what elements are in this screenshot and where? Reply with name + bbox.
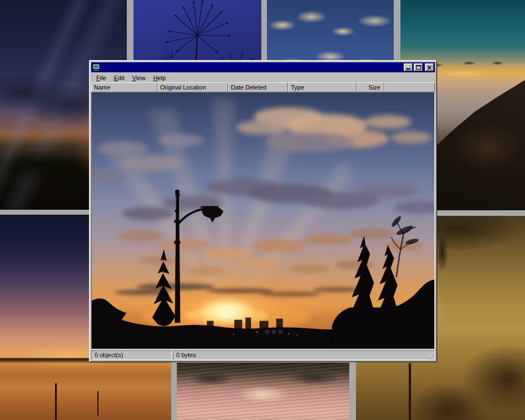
lamp-post-silhouette	[409, 363, 411, 420]
status-bar: 0 object(s) 0 bytes	[91, 350, 435, 360]
menu-item-file[interactable]: File	[92, 73, 110, 82]
column-header-type[interactable]: Type	[288, 82, 356, 92]
file-list-area[interactable]	[91, 92, 435, 349]
water-pole	[97, 391, 98, 416]
resize-grip[interactable]	[427, 352, 434, 359]
sunset-lamp-photo	[92, 93, 434, 349]
menu-item-help[interactable]: Help	[149, 73, 170, 82]
menu-bar: File Edit View Help	[91, 73, 435, 82]
water-pole	[55, 383, 57, 420]
title-bar[interactable]	[91, 62, 435, 72]
maximize-button[interactable]	[414, 63, 423, 71]
column-header-row: Name Original Location Date Deleted Type…	[91, 82, 435, 92]
maximize-icon	[416, 65, 421, 70]
column-header-name[interactable]: Name	[91, 82, 157, 92]
close-icon	[427, 66, 432, 70]
column-header-size[interactable]: Size	[356, 82, 384, 92]
window-controls	[404, 63, 434, 71]
recycle-bin-window: File Edit View Help Name Original Locati…	[89, 60, 437, 362]
menu-item-edit[interactable]: Edit	[110, 73, 128, 82]
menu-item-view[interactable]: View	[128, 73, 150, 82]
minimize-button[interactable]	[404, 63, 413, 71]
column-header-date-deleted[interactable]: Date Deleted	[228, 82, 288, 92]
status-object-count: 0 object(s)	[91, 350, 172, 360]
column-header-original-location[interactable]: Original Location	[157, 82, 228, 92]
minimize-icon	[406, 68, 410, 70]
close-button[interactable]	[425, 63, 434, 71]
wallpaper-tile-water-reflection	[177, 363, 349, 420]
status-byte-count: 0 bytes	[173, 350, 435, 360]
column-header-filler	[384, 82, 435, 92]
computer-icon[interactable]	[92, 63, 100, 71]
